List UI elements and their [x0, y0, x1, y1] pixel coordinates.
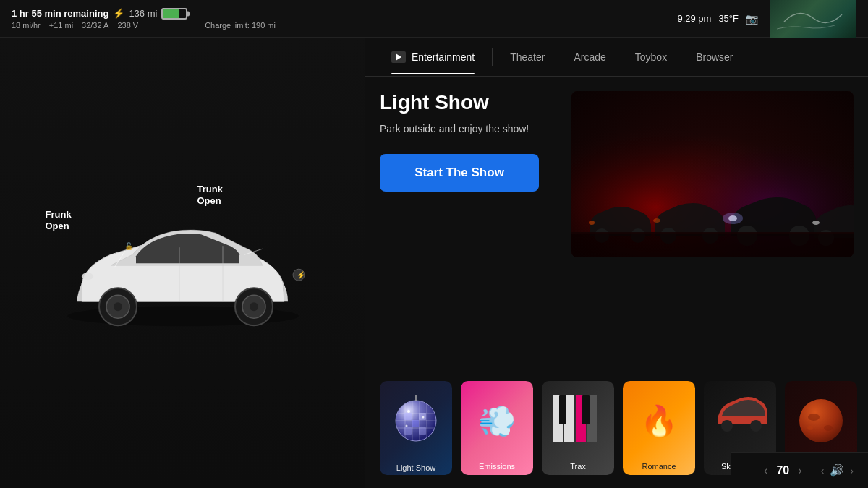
svg-point-59 — [808, 414, 820, 421]
nav-toybox[interactable]: Toybox — [621, 46, 681, 69]
svg-text:🔓: 🔓 — [124, 241, 134, 251]
time-display: 9:29 pm — [677, 13, 711, 24]
emissions-art: 💨 — [461, 381, 533, 461]
svg-point-60 — [824, 425, 833, 431]
nav-arcade[interactable]: Arcade — [559, 46, 620, 69]
svg-point-61 — [807, 426, 813, 430]
battery-mi: 136 mi — [129, 8, 157, 19]
svg-point-22 — [653, 218, 660, 223]
light-show-title: Light Show — [380, 91, 557, 114]
battery-time-text: 1 hr 55 min remaining — [12, 8, 109, 19]
page-number: 70 — [776, 464, 789, 477]
car-panel: Frunk Open Trunk Open — [0, 38, 365, 488]
right-panel: Entertainment Theater Arcade Toybox Brow… — [365, 38, 868, 488]
svg-point-56 — [721, 420, 733, 432]
page-controls: ‹ 70 › — [764, 464, 801, 477]
battery-time-display: 1 hr 55 min remaining ⚡ 136 mi — [12, 8, 276, 20]
nav-entertainment[interactable]: Entertainment — [377, 46, 489, 69]
status-bar: 1 hr 55 min remaining ⚡ 136 mi 18 mi/hr … — [0, 0, 868, 38]
entertainment-label: Entertainment — [412, 51, 475, 63]
volume-right-arrow[interactable]: › — [850, 465, 854, 476]
nav-theater[interactable]: Theater — [495, 46, 559, 69]
temp-display: 35°F — [718, 13, 739, 24]
app-card-lightshow[interactable]: Light Show — [380, 381, 452, 475]
volume-control[interactable]: ‹ 🔊 › — [821, 463, 854, 477]
content-area: Light Show Park outside and enjoy the sh… — [365, 77, 868, 369]
car-illustration: ⚡ 🔓 — [53, 197, 313, 344]
svg-point-26 — [723, 213, 743, 224]
svg-rect-30 — [571, 232, 854, 257]
light-show-description: Park outside and enjoy the show! — [380, 121, 557, 137]
trax-art — [542, 381, 614, 461]
charge-plus: +11 mi — [49, 21, 73, 30]
car-visual: Frunk Open Trunk Open — [17, 137, 349, 390]
nav-divider-1 — [492, 48, 493, 66]
svg-point-5 — [114, 302, 122, 311]
light-show-info: Light Show Park outside and enjoy the sh… — [380, 91, 557, 354]
romance-label: Romance — [623, 462, 695, 471]
map-preview[interactable] — [770, 0, 856, 38]
mars-art — [785, 381, 857, 461]
battery-bolt-icon: ⚡ — [113, 8, 124, 19]
time-temp: 9:29 pm 35°F 📷 — [677, 13, 758, 25]
nav-browser[interactable]: Browser — [681, 46, 747, 69]
svg-point-57 — [750, 420, 762, 432]
app-card-romance[interactable]: 🔥 Romance — [623, 381, 695, 475]
svg-point-58 — [799, 399, 843, 442]
battery-fill — [163, 9, 179, 18]
app-card-emissions[interactable]: 💨 Emissions — [461, 381, 533, 475]
sketchpad-art — [704, 381, 776, 461]
svg-point-9 — [82, 273, 93, 280]
start-show-button[interactable]: Start The Show — [380, 154, 539, 192]
amps-display: 32/32 A — [82, 21, 109, 30]
lightshow-art — [380, 381, 452, 461]
charge-limit: Charge limit: 190 mi — [205, 21, 276, 30]
page-prev-button[interactable]: ‹ — [764, 464, 767, 477]
voltage-display: 238 V — [117, 21, 138, 30]
light-show-preview — [571, 91, 854, 257]
svg-point-46 — [407, 410, 410, 413]
svg-point-19 — [589, 221, 595, 225]
svg-rect-41 — [404, 413, 412, 420]
svg-point-48 — [406, 425, 408, 427]
volume-icon: 🔊 — [830, 463, 844, 477]
trax-label: Trax — [542, 462, 614, 471]
page-next-button[interactable]: › — [798, 464, 801, 477]
lightshow-label: Light Show — [380, 463, 452, 472]
svg-rect-42 — [412, 420, 419, 427]
svg-rect-54 — [559, 395, 566, 424]
romance-art: 🔥 — [623, 381, 695, 461]
svg-rect-44 — [404, 427, 412, 435]
right-status: 9:29 pm 35°F 📷 — [677, 0, 856, 38]
entertainment-nav: Entertainment Theater Arcade Toybox Brow… — [365, 38, 868, 77]
app-card-trax[interactable]: Trax — [542, 381, 614, 475]
svg-text:⚡: ⚡ — [297, 270, 306, 280]
svg-rect-55 — [582, 395, 590, 424]
entertainment-icon — [391, 51, 406, 63]
svg-point-29 — [812, 221, 820, 225]
left-status: 1 hr 55 min remaining ⚡ 136 mi 18 mi/hr … — [12, 8, 276, 30]
emissions-label: Emissions — [461, 462, 533, 471]
volume-left-arrow[interactable]: ‹ — [821, 465, 825, 476]
charge-speed: 18 mi/hr — [12, 21, 41, 30]
svg-point-47 — [422, 416, 425, 419]
svg-point-8 — [250, 302, 258, 311]
bottom-controls: ‹ 70 › ‹ 🔊 › — [731, 452, 868, 488]
svg-rect-45 — [419, 427, 426, 435]
charge-details: 18 mi/hr +11 mi 32/32 A 238 V Charge lim… — [12, 21, 276, 30]
battery-bar-icon — [161, 8, 187, 20]
camera-icon: 📷 — [746, 13, 758, 25]
